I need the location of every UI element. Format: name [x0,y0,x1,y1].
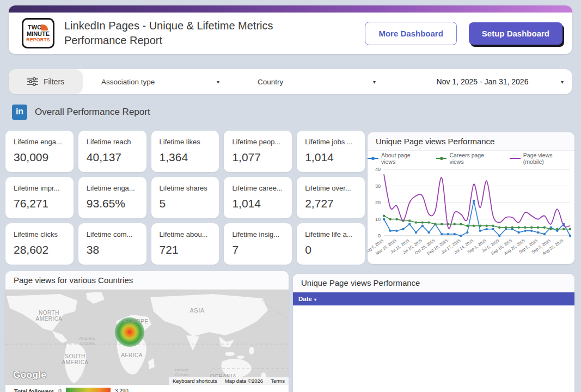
world-map: NORTHAMERICASOUTHAMERICAEUROPEAFRICAASIA… [5,290,289,385]
metric-value: 5 [160,197,211,210]
legend-max: 3,290 [115,388,129,392]
setup-dashboard-button[interactable]: Setup Dashboard [469,22,562,45]
metric-card: Lifetime jobs ...1,014 [297,131,365,172]
legend-swatch [436,158,447,159]
metric-value: 76,271 [14,197,65,210]
metric-label: Lifetime reach [87,138,138,146]
metric-value: 7 [232,243,284,256]
google-logo: Google [13,370,47,381]
metric-card: Lifetime abou...721 [151,223,219,265]
metric-value: 30,009 [14,151,65,164]
association-type-dropdown[interactable]: Association type ▾ [83,78,239,86]
map-region-label: SOUTHAMERICA [62,353,88,365]
metric-label: Lifetime impr... [14,184,65,192]
metric-value: 1,077 [232,151,284,164]
legend-text: About page views [381,152,426,165]
map-data-label: Map data ©2026 [221,377,267,385]
date-range-value: Nov 1, 2025 - Jan 31, 2026 [404,77,561,86]
pageviews-chart-panel: Unique Page views Performance About page… [368,132,574,264]
association-type-label: Association type [101,78,155,86]
metric-label: Lifetime life a... [305,230,357,238]
metric-card: Lifetime com...38 [78,223,146,265]
table-title: Unique Page views Performance [293,274,574,292]
metric-value: 0 [305,243,357,256]
legend-swatch [510,158,521,159]
svg-text:0: 0 [378,233,381,238]
metric-card: Lifetime insig...7 [224,223,292,265]
filters-label: Filters [44,77,64,86]
terms-link[interactable]: Terms [267,377,289,385]
logo-fan-icon [41,24,48,30]
map-region-label: AtlanticOcean [79,336,95,346]
legend-dot [371,157,375,160]
legend-text: Careers page views [449,152,499,165]
metric-card: Lifetime reach40,137 [78,131,146,172]
metric-label: Lifetime clicks [14,230,65,238]
metric-value: 1,014 [305,151,357,164]
metric-card: Lifetime life a...0 [297,223,365,265]
metric-label: Lifetime enga... [87,184,138,192]
map-region-label: EUROPE [124,318,148,324]
metric-card: Lifetime peop...1,077 [224,131,292,172]
linkedin-icon: in [12,105,27,120]
metric-value: 40,137 [87,151,138,164]
section-title: Overall Performance Report [35,107,150,118]
world-map-canvas[interactable]: NORTHAMERICASOUTHAMERICAEUROPEAFRICAASIA… [5,290,289,385]
metric-label: Lifetime enga... [14,138,65,146]
map-region-label: ASIA [189,307,204,314]
map-region-label: NORTHAMERICA [35,310,62,322]
metric-label: Lifetime insig... [232,230,284,238]
legend-label: Total followers [14,388,54,392]
chart-legend: About page viewsCareers page viewsPage v… [368,152,574,165]
table-header-date[interactable]: Date▾ [293,292,574,305]
metric-value: 1,014 [232,197,284,210]
sort-icon: ▾ [314,297,316,302]
table-panel: Unique Page views Performance Date▾ [293,274,574,392]
svg-text:40: 40 [375,167,381,172]
metric-value: 38 [87,243,138,256]
metric-label: Lifetime jobs ... [305,138,357,146]
page-title: LinkedIn Pages - Unique & Lifetime Metri… [64,19,326,48]
metric-label: Lifetime shares [160,184,211,192]
svg-text:10: 10 [375,217,381,222]
metric-label: Lifetime likes [160,138,211,146]
color-gradient-bar [66,388,111,392]
logo-line: MINUTE [27,31,50,37]
date-range-picker[interactable]: Nov 1, 2025 - Jan 31, 2026 ▾ [395,77,572,86]
two-minute-reports-logo: TWO MINUTE REPORTS [22,18,54,48]
metric-value: 93.65% [87,197,138,210]
map-color-legend: Total followers 0 3,290 [5,385,289,392]
legend-item: Careers page views [436,152,500,165]
filter-bar: Filters Association type ▾ Country ▾ Nov… [9,69,572,94]
pageviews-table: Date▾ [293,292,574,305]
metric-value: 2,727 [305,197,357,210]
country-label: Country [258,78,283,86]
legend-dot [440,157,443,160]
metric-label: Lifetime abou... [160,230,211,238]
metric-label: Lifetime com... [87,230,138,238]
metric-label: Lifetime peop... [232,138,284,146]
sliders-icon [27,77,38,87]
country-dropdown[interactable]: Country ▾ [239,78,395,86]
legend-text: Page views (mobile) [523,152,574,165]
more-dashboard-button[interactable]: More Dashboard [365,22,456,45]
svg-text:20: 20 [375,200,381,205]
keyboard-shortcuts-link[interactable]: Keyboard shortcuts [169,377,221,385]
metric-card: Lifetime likes1,364 [151,131,219,172]
logo-line: TWO [28,24,42,30]
metric-card: Lifetime enga...93.65% [78,177,146,218]
section-header: in Overall Performance Report [12,105,150,120]
map-region-label: IndianOcean [175,367,189,377]
svg-text:30: 30 [375,183,381,189]
metric-label: Lifetime caree... [232,184,284,192]
metric-card: Lifetime caree...1,014 [224,177,292,218]
legend-min: 0 [58,388,62,392]
pageviews-chart: 010203040Aug 6, 2025Nov 16, 2025Jul 11, … [368,165,574,264]
metric-card: Lifetime shares5 [151,177,219,218]
metric-card: Lifetime impr...76,271 [5,177,74,218]
metric-value: 28,602 [14,243,65,256]
logo-line: REPORTS [26,38,50,42]
metric-card: Lifetime over...2,727 [297,177,365,218]
metrics-grid: Lifetime enga...30,009Lifetime reach40,1… [5,131,365,265]
filters-toggle[interactable]: Filters [9,69,83,94]
